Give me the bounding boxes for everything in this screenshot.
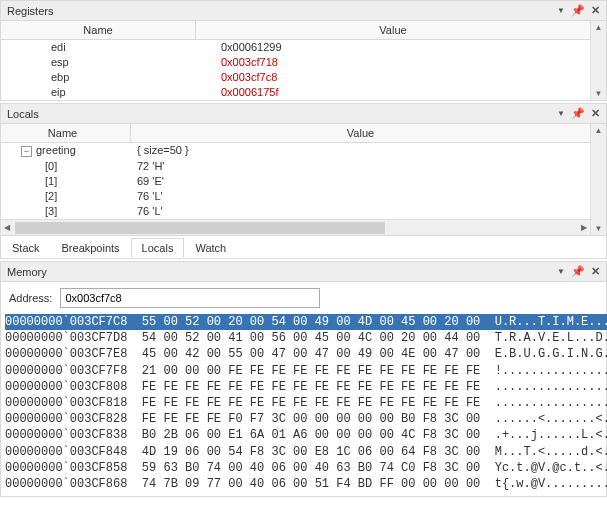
scroll-up-icon[interactable]: ▲ — [591, 21, 606, 34]
address-label: Address: — [9, 292, 52, 304]
memory-row[interactable]: 00000000`003CF828 FE FE FE FE F0 F7 3C 0… — [5, 411, 607, 427]
local-name: [2] — [1, 189, 131, 203]
locals-grid: Name Value −greeting { size=50 } [0]72 '… — [1, 124, 590, 219]
scroll-left-icon[interactable]: ◀ — [1, 223, 13, 232]
memory-row[interactable]: 00000000`003CF868 74 7B 09 77 00 40 06 0… — [5, 476, 607, 492]
tab-locals[interactable]: Locals — [131, 238, 185, 258]
memory-row[interactable]: 00000000`003CF858 59 63 B0 74 00 40 06 0… — [5, 460, 607, 476]
register-value: 0x00061299 — [181, 40, 590, 54]
registers-header: Registers ▼ 📌 ✕ — [1, 1, 606, 21]
locals-child-row[interactable]: [2]76 'L' — [1, 189, 590, 204]
scroll-down-icon[interactable]: ▼ — [591, 87, 606, 100]
locals-panel: Locals ▼ 📌 ✕ Name Value −greeting { size… — [0, 103, 607, 259]
register-name: eip — [1, 85, 181, 99]
register-name: esp — [1, 55, 181, 69]
local-name: greeting — [36, 144, 76, 156]
locals-child-row[interactable]: [3]76 'L' — [1, 204, 590, 219]
col-name[interactable]: Name — [1, 124, 131, 142]
pin-icon[interactable]: 📌 — [571, 265, 585, 278]
locals-header: Locals ▼ 📌 ✕ — [1, 104, 606, 124]
memory-row[interactable]: 00000000`003CF808 FE FE FE FE FE FE FE F… — [5, 379, 607, 395]
register-row[interactable]: edi0x00061299 — [1, 40, 590, 55]
locals-title: Locals — [7, 108, 39, 120]
memory-row[interactable]: 00000000`003CF7F8 21 00 00 00 FE FE FE F… — [5, 363, 607, 379]
local-value: 69 'E' — [131, 174, 590, 188]
memory-row[interactable]: 00000000`003CF7C8 55 00 52 00 20 00 54 0… — [5, 314, 607, 330]
scroll-down-icon[interactable]: ▼ — [591, 222, 606, 235]
close-icon[interactable]: ✕ — [591, 107, 600, 120]
panel-menu-icon[interactable]: ▼ — [557, 6, 565, 15]
tab-stack[interactable]: Stack — [1, 238, 51, 258]
scroll-right-icon[interactable]: ▶ — [578, 223, 590, 232]
register-row[interactable]: eip0x0006175f — [1, 85, 590, 100]
memory-panel: Memory ▼ 📌 ✕ Address: 00000000`003CF7C8 … — [0, 261, 607, 497]
memory-row[interactable]: 00000000`003CF848 4D 19 06 00 54 F8 3C 0… — [5, 444, 607, 460]
memory-row[interactable]: 00000000`003CF838 B0 2B 06 00 E1 6A 01 A… — [5, 427, 607, 443]
panel-menu-icon[interactable]: ▼ — [557, 267, 565, 276]
bottom-tabs: StackBreakpointsLocalsWatch — [1, 235, 606, 258]
locals-hscroll[interactable]: ◀ ▶ — [1, 219, 590, 235]
locals-root-row[interactable]: −greeting { size=50 } — [1, 143, 590, 159]
memory-row[interactable]: 00000000`003CF7E8 45 00 42 00 55 00 47 0… — [5, 346, 607, 362]
pin-icon[interactable]: 📌 — [571, 4, 585, 17]
register-value: 0x0006175f — [181, 85, 590, 99]
register-row[interactable]: esp0x003cf718 — [1, 55, 590, 70]
local-name: [0] — [1, 159, 131, 173]
register-name: edi — [1, 40, 181, 54]
local-value: 72 'H' — [131, 159, 590, 173]
locals-scrollbar[interactable]: ▲ ▼ — [590, 124, 606, 235]
col-value[interactable]: Value — [131, 124, 590, 142]
local-name: [1] — [1, 174, 131, 188]
memory-header: Memory ▼ 📌 ✕ — [1, 262, 606, 282]
col-name[interactable]: Name — [1, 21, 196, 39]
register-value: 0x003cf718 — [181, 55, 590, 69]
memory-row[interactable]: 00000000`003CF818 FE FE FE FE FE FE FE F… — [5, 395, 607, 411]
tab-watch[interactable]: Watch — [184, 238, 237, 258]
collapse-icon[interactable]: − — [21, 146, 32, 157]
pin-icon[interactable]: 📌 — [571, 107, 585, 120]
memory-row[interactable]: 00000000`003CF7D8 54 00 52 00 41 00 56 0… — [5, 330, 607, 346]
register-row[interactable]: ebp0x003cf7c8 — [1, 70, 590, 85]
register-value: 0x003cf7c8 — [181, 70, 590, 84]
local-name: [3] — [1, 204, 131, 218]
local-value: 76 'L' — [131, 204, 590, 218]
address-input[interactable] — [60, 288, 320, 308]
scroll-up-icon[interactable]: ▲ — [591, 124, 606, 137]
register-name: ebp — [1, 70, 181, 84]
tab-breakpoints[interactable]: Breakpoints — [51, 238, 131, 258]
close-icon[interactable]: ✕ — [591, 265, 600, 278]
locals-child-row[interactable]: [1]69 'E' — [1, 174, 590, 189]
local-value: 76 'L' — [131, 189, 590, 203]
registers-scrollbar[interactable]: ▲ ▼ — [590, 21, 606, 100]
registers-panel: Registers ▼ 📌 ✕ Name Value edi0x00061299… — [0, 0, 607, 101]
locals-child-row[interactable]: [0]72 'H' — [1, 159, 590, 174]
col-value[interactable]: Value — [196, 21, 590, 39]
registers-title: Registers — [7, 5, 53, 17]
scroll-thumb[interactable] — [15, 222, 385, 234]
local-value: { size=50 } — [131, 143, 590, 158]
memory-dump[interactable]: 00000000`003CF7C8 55 00 52 00 20 00 54 0… — [1, 314, 607, 496]
registers-grid: Name Value edi0x00061299esp0x003cf718ebp… — [1, 21, 590, 100]
memory-title: Memory — [7, 266, 47, 278]
close-icon[interactable]: ✕ — [591, 4, 600, 17]
panel-menu-icon[interactable]: ▼ — [557, 109, 565, 118]
